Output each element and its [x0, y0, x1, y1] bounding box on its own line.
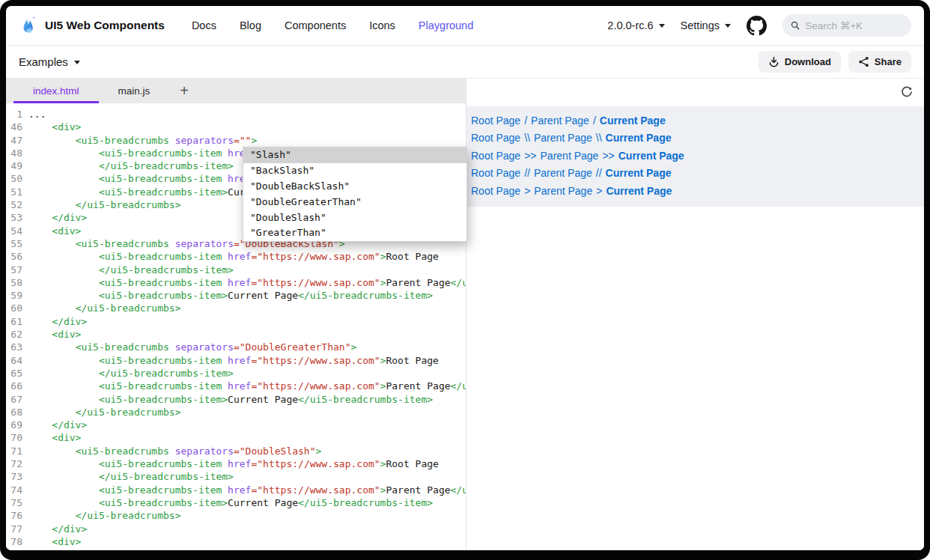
breadcrumb-link[interactable]: Parent Page: [531, 115, 589, 127]
top-navbar: UI5 Web Components DocsBlogComponentsIco…: [6, 6, 924, 45]
code-line[interactable]: 77 </div>: [6, 523, 466, 535]
line-number: 50: [6, 172, 28, 185]
code-line[interactable]: 69 </div>: [6, 419, 466, 431]
autocomplete-option[interactable]: "DoubleBackSlash": [243, 179, 466, 195]
code-line[interactable]: 70 <div>: [6, 431, 466, 444]
autocomplete-option[interactable]: "DoubleGreaterThan": [243, 195, 466, 210]
nav-playground[interactable]: Playground: [419, 19, 473, 31]
code-line[interactable]: 75 <ui5-breadcrumbs-item>Current Page</u…: [6, 496, 466, 509]
github-link[interactable]: [747, 16, 767, 36]
breadcrumb-link[interactable]: Root Page: [471, 115, 520, 127]
code-line[interactable]: 68 </ui5-breadcrumbs>: [6, 406, 466, 419]
breadcrumb-separator: //: [524, 167, 530, 179]
toolbar-actions: Download Share: [759, 51, 911, 73]
brand-home-link[interactable]: UI5 Web Components: [19, 16, 165, 35]
tab-index-html[interactable]: index.html: [13, 78, 99, 103]
code-line[interactable]: 66 <ui5-breadcrumbs-item href="https://w…: [6, 380, 466, 392]
github-icon: [747, 16, 767, 36]
line-content: </div>: [28, 419, 87, 431]
add-tab-button[interactable]: +: [169, 78, 199, 103]
code-line[interactable]: 58 <ui5-breadcrumbs-item href="https://w…: [6, 276, 466, 289]
line-content: </ui5-breadcrumbs>: [28, 198, 181, 211]
line-number: 52: [6, 198, 28, 211]
autocomplete-option[interactable]: "Slash": [243, 147, 466, 163]
code-line[interactable]: 76 </ui5-breadcrumbs>: [6, 509, 466, 522]
refresh-button[interactable]: [900, 85, 914, 99]
code-line[interactable]: 59 <ui5-breadcrumbs-item>Current Page</u…: [6, 289, 466, 302]
breadcrumb-link[interactable]: Parent Page: [541, 150, 599, 162]
line-number: 67: [6, 393, 28, 406]
nav-icons[interactable]: Icons: [369, 19, 395, 31]
line-content: <ui5-breadcrumbs separators="">: [28, 134, 257, 147]
code-line[interactable]: 57 </ui5-breadcrumbs-item>: [6, 264, 466, 276]
autocomplete-option[interactable]: "DoubleSlash": [243, 210, 466, 226]
line-content: </ui5-breadcrumbs-item>: [28, 264, 234, 276]
tab-label: main.js: [118, 85, 151, 97]
nav-components[interactable]: Components: [285, 19, 346, 31]
settings-dropdown[interactable]: Settings: [681, 19, 731, 31]
autocomplete-option[interactable]: "GreaterThan": [243, 225, 466, 241]
code-line[interactable]: 78 <div>: [6, 535, 466, 548]
search-box[interactable]: [782, 14, 911, 37]
line-number: 57: [6, 264, 28, 276]
line-number: 46: [6, 121, 28, 133]
breadcrumb-link[interactable]: Parent Page: [534, 132, 592, 144]
line-number: 66: [6, 380, 28, 392]
download-button[interactable]: Download: [759, 51, 841, 73]
breadcrumb-link[interactable]: Root Page: [471, 132, 520, 144]
version-dropdown[interactable]: 2.0.0-rc.6: [607, 19, 664, 31]
search-input[interactable]: [805, 20, 903, 31]
line-content: <div>: [28, 431, 81, 444]
code-line[interactable]: 73 </ui5-breadcrumbs-item>: [6, 470, 466, 483]
breadcrumb-separator: >: [596, 185, 602, 197]
autocomplete-option[interactable]: "BackSlash": [243, 163, 466, 179]
line-number: 64: [6, 354, 28, 367]
code-line[interactable]: 47 <ui5-breadcrumbs separators="">: [6, 134, 466, 147]
line-content: <ui5-breadcrumbs-item>Current Page</ui5-…: [28, 289, 433, 302]
line-number: 58: [6, 276, 28, 289]
code-line[interactable]: 74 <ui5-breadcrumbs-item href="https://w…: [6, 484, 466, 496]
nav-blog[interactable]: Blog: [240, 19, 261, 31]
breadcrumb-link[interactable]: Root Page: [471, 167, 520, 179]
breadcrumb-link[interactable]: Parent Page: [534, 185, 592, 197]
tab-main-js[interactable]: main.js: [99, 78, 170, 103]
code-line[interactable]: 65 </ui5-breadcrumbs-item>: [6, 367, 466, 380]
refresh-icon: [900, 85, 914, 99]
code-line[interactable]: 61 </div>: [6, 315, 466, 328]
breadcrumb-link[interactable]: Parent Page: [534, 167, 592, 179]
code-line[interactable]: 56 <ui5-breadcrumbs-item href="https://w…: [6, 250, 466, 263]
line-number: 56: [6, 250, 28, 263]
code-line[interactable]: 60 </ui5-breadcrumbs>: [6, 302, 466, 314]
settings-label: Settings: [681, 19, 720, 31]
nav-docs[interactable]: Docs: [192, 19, 216, 31]
download-icon: [768, 56, 779, 67]
line-number: 53: [6, 211, 28, 224]
share-icon: [858, 56, 869, 67]
line-number: 61: [6, 315, 28, 328]
code-line[interactable]: 67 <ui5-breadcrumbs-item>Current Page</u…: [6, 393, 466, 406]
code-line[interactable]: 62 <div>: [6, 328, 466, 341]
code-line[interactable]: 72 <ui5-breadcrumbs-item href="https://w…: [6, 457, 466, 470]
main-nav: DocsBlogComponentsIconsPlayground: [192, 19, 473, 31]
code-line[interactable]: 1...: [6, 108, 466, 121]
code-line[interactable]: 71 <ui5-breadcrumbs separators="DoubleSl…: [6, 445, 466, 457]
code-line[interactable]: 63 <ui5-breadcrumbs separators="DoubleGr…: [6, 341, 466, 353]
code-line[interactable]: 64 <ui5-breadcrumbs-item href="https://w…: [6, 354, 466, 367]
line-number: 75: [6, 496, 28, 509]
breadcrumb-current: Current Page: [606, 167, 672, 179]
line-number: 60: [6, 302, 28, 314]
code-line[interactable]: 46 <div>: [6, 121, 466, 133]
header-right-group: 2.0.0-rc.6 Settings: [607, 14, 911, 37]
line-content: ...: [28, 108, 46, 121]
breadcrumb-link[interactable]: Root Page: [471, 150, 520, 162]
examples-label: Examples: [19, 55, 68, 68]
line-content: <div>: [28, 328, 81, 341]
breadcrumb-link[interactable]: Root Page: [471, 185, 520, 197]
line-number: 48: [6, 147, 28, 159]
line-number: 73: [6, 470, 28, 483]
share-button[interactable]: Share: [848, 51, 911, 73]
line-content: <ui5-breadcrumbs-item>Current Page</ui5-…: [28, 496, 433, 509]
line-content: </div>: [28, 211, 87, 224]
line-number: 55: [6, 237, 28, 250]
examples-dropdown[interactable]: Examples: [19, 55, 80, 68]
